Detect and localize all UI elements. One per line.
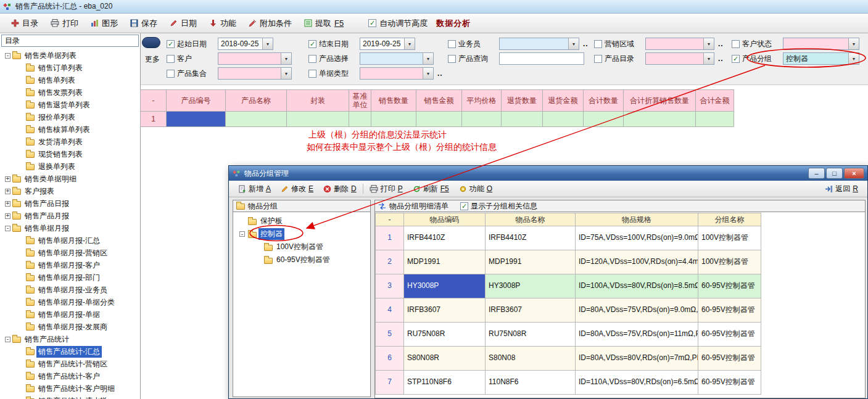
- product-catalog-checkbox[interactable]: [594, 55, 602, 63]
- table-cell[interactable]: [286, 111, 349, 127]
- save-button[interactable]: 保存: [124, 15, 163, 31]
- dropdown-arrow-icon[interactable]: ▾: [281, 53, 291, 64]
- data-analysis-menu[interactable]: 数据分析: [436, 18, 471, 29]
- sidebar-item[interactable]: 销售单据月报-单据分类: [0, 296, 140, 308]
- product-select-checkbox[interactable]: [308, 55, 316, 63]
- sidebar-item[interactable]: 销售单据月报-汇总: [0, 234, 140, 247]
- table-row[interactable]: 2MDP1991MDP1991ID=120A,VDss=100V,RDs(on)…: [376, 250, 761, 274]
- customer-checkbox[interactable]: [167, 55, 175, 63]
- product-query-checkbox[interactable]: [448, 55, 456, 63]
- doc-type-dropdown[interactable]: ▾: [360, 67, 434, 80]
- item-spec-cell[interactable]: ID=80A,VDss=75V,RDs(on)=9.0mΩ,PD=140W: [575, 298, 698, 323]
- table-cell[interactable]: [583, 111, 624, 127]
- dialog-tree-item[interactable]: 60-95V控制器管: [233, 253, 370, 266]
- end-date-dropdown[interactable]: 2019-09-25▾: [360, 38, 415, 50]
- group-name-cell[interactable]: 60-95V控制器管: [698, 274, 761, 298]
- column-header[interactable]: 合计金额: [695, 89, 734, 112]
- column-header[interactable]: 物品规格: [575, 213, 698, 226]
- edit-button[interactable]: 修改E: [276, 182, 318, 196]
- dropdown-arrow-icon[interactable]: ▾: [703, 38, 714, 49]
- date-button[interactable]: 日期: [163, 15, 203, 31]
- group-name-cell[interactable]: 100V控制器管: [698, 250, 761, 274]
- table-cell[interactable]: [542, 111, 584, 127]
- item-code-cell[interactable]: IRFB4410Z: [403, 226, 486, 250]
- product-query-input[interactable]: [499, 52, 584, 65]
- table-cell[interactable]: [225, 111, 287, 127]
- sidebar-item[interactable]: 销售产品统计-客户: [0, 370, 140, 382]
- sidebar-item[interactable]: -销售类单据列表: [0, 49, 140, 62]
- item-spec-cell[interactable]: ID=80A,VDss=80V,RDs(on)=7mΩ,PD=200W: [575, 346, 698, 371]
- dialog-tree-item[interactable]: 100V控制器管: [233, 241, 370, 253]
- salesman-checkbox[interactable]: [448, 40, 456, 48]
- maximize-button[interactable]: □: [826, 168, 843, 179]
- return-button[interactable]: 返回R: [820, 182, 863, 196]
- auto-height-checkbox[interactable]: [368, 19, 376, 27]
- group-name-cell[interactable]: 60-95V控制器管: [698, 322, 761, 347]
- column-header[interactable]: 基准单位: [349, 89, 371, 112]
- item-spec-cell[interactable]: ID=110A,VDss=80V,RDs(on)=6.5mΩ,PD=200W: [575, 370, 698, 395]
- delete-button[interactable]: 删除D: [318, 182, 362, 196]
- item-spec-cell[interactable]: ID=100A,VDss=80V,RDs(on)=8.5mΩ,PD=200W: [575, 274, 698, 298]
- refresh-button[interactable]: 刷新F5: [408, 182, 454, 196]
- sidebar-item[interactable]: +销售产品月报: [0, 210, 140, 222]
- extra-condition-button[interactable]: 附加条件: [242, 15, 298, 31]
- sidebar-item[interactable]: -销售单据月报: [0, 222, 140, 234]
- column-header[interactable]: -: [140, 89, 167, 112]
- customer-status-dropdown[interactable]: ▾: [783, 38, 859, 50]
- sidebar-item[interactable]: 销售单据月报-业务员: [0, 284, 140, 296]
- graph-button[interactable]: 图形: [85, 15, 124, 31]
- dialog-tree-item[interactable]: -控制器: [233, 228, 370, 241]
- item-code-cell[interactable]: S80N08R: [403, 346, 486, 371]
- function-button[interactable]: 功能: [203, 15, 242, 31]
- expand-icon[interactable]: +: [5, 189, 10, 194]
- sidebar-item[interactable]: 销售单据月报-单据: [0, 308, 140, 321]
- column-header[interactable]: 封装: [286, 89, 349, 112]
- sidebar-item[interactable]: 退换单列表: [0, 160, 140, 173]
- item-code-cell[interactable]: MDP1991: [403, 250, 486, 274]
- sidebar-item[interactable]: 销售退货单列表: [0, 99, 140, 111]
- table-cell[interactable]: [623, 111, 696, 127]
- browse-button[interactable]: ..: [582, 39, 590, 48]
- dialog-tree-item[interactable]: 保护板: [233, 215, 370, 228]
- collapse-icon[interactable]: -: [239, 231, 245, 237]
- extract-button[interactable]: 提取F5: [298, 15, 350, 31]
- product-set-dropdown[interactable]: ▾: [218, 67, 292, 80]
- dropdown-arrow-icon[interactable]: ▾: [423, 53, 433, 64]
- dropdown-arrow-icon[interactable]: ▾: [568, 38, 579, 49]
- table-row[interactable]: 4IRFB3607IRFB3607ID=80A,VDss=75V,RDs(on)…: [376, 298, 761, 323]
- customer-dropdown[interactable]: ▾: [218, 52, 292, 65]
- table-row[interactable]: 1IRFB4410ZIRFB4410ZID=75A,VDss=100V,RDs(…: [376, 226, 761, 250]
- sidebar-item[interactable]: 销售产品统计-营销区: [0, 358, 140, 370]
- customer-status-checkbox[interactable]: [732, 40, 740, 48]
- sidebar-item[interactable]: 销售单列表: [0, 74, 140, 86]
- column-header[interactable]: 物品编码: [403, 213, 486, 226]
- directory-button[interactable]: 目录: [5, 15, 44, 31]
- close-button[interactable]: ×: [844, 168, 864, 179]
- column-header[interactable]: 销售金额: [416, 89, 462, 112]
- product-select-dropdown[interactable]: ▾: [360, 52, 434, 65]
- show-child-toggle[interactable]: 显示子分组相关信息: [460, 201, 537, 212]
- sidebar-item[interactable]: 销售发票列表: [0, 86, 140, 99]
- start-date-dropdown[interactable]: 2018-09-25▾: [218, 38, 273, 50]
- dropdown-arrow-icon[interactable]: ▾: [281, 68, 291, 79]
- dropdown-arrow-icon[interactable]: ▾: [703, 53, 714, 64]
- item-name-cell[interactable]: IRFB3607: [485, 298, 576, 323]
- collapse-icon[interactable]: -: [5, 337, 10, 342]
- sidebar-item[interactable]: 销售单据月报-客户: [0, 259, 140, 271]
- table-cell[interactable]: [371, 111, 416, 127]
- item-name-cell[interactable]: IRFB4410Z: [485, 226, 576, 250]
- browse-button[interactable]: ..: [717, 54, 725, 63]
- sidebar-item[interactable]: 报价单列表: [0, 111, 140, 123]
- dropdown-arrow-icon[interactable]: ▾: [848, 53, 859, 64]
- sidebar-item[interactable]: +销售类单据明细: [0, 173, 140, 185]
- collapse-icon[interactable]: -: [5, 226, 10, 231]
- product-group-dropdown[interactable]: 控制器▾: [783, 52, 859, 65]
- expand-icon[interactable]: +: [5, 213, 10, 219]
- sidebar-item[interactable]: 销售单据月报-部门: [0, 271, 140, 284]
- table-row[interactable]: 5RU75N08RRU75N08RID=80A,VDss=75V,RDs(on)…: [376, 323, 761, 347]
- group-name-cell[interactable]: 60-95V控制器管: [698, 370, 761, 395]
- item-name-cell[interactable]: RU75N08R: [485, 322, 576, 347]
- table-cell[interactable]: [416, 111, 462, 127]
- product-group-checkbox[interactable]: [732, 55, 740, 63]
- column-header[interactable]: 退货数量: [501, 89, 543, 112]
